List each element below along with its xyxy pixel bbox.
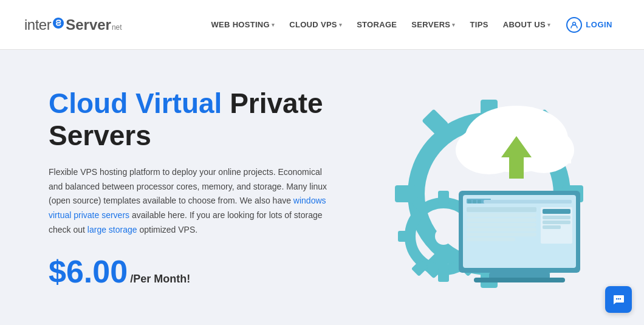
main-nav: WEB HOSTING ▾ CLOUD VPS ▾ STORAGE SERVER… bbox=[205, 13, 620, 36]
hero-headline: Cloud Virtual Private Servers bbox=[49, 87, 365, 152]
svg-rect-33 bbox=[467, 207, 536, 212]
header: inter Server net WEB HOSTING ▾ CLOUD VPS… bbox=[0, 0, 644, 50]
logo-server-text: Server bbox=[66, 16, 111, 33]
login-button[interactable]: LOGIN bbox=[559, 13, 620, 36]
login-label: LOGIN bbox=[586, 20, 612, 29]
nav-web-hosting[interactable]: WEB HOSTING ▾ bbox=[205, 16, 281, 33]
nav-about-us[interactable]: ABOUT US ▾ bbox=[497, 16, 557, 33]
nav-tips[interactable]: TIPS bbox=[464, 16, 495, 33]
chevron-down-icon: ▾ bbox=[547, 22, 550, 28]
svg-point-48 bbox=[616, 298, 617, 299]
svg-rect-46 bbox=[474, 278, 565, 282]
headline-blue: Cloud Virtual bbox=[49, 87, 222, 119]
price-value: $6.00 bbox=[49, 256, 128, 287]
hero-illustration bbox=[371, 78, 608, 297]
hero-section: Cloud Virtual Private Servers Flexible V… bbox=[0, 50, 644, 325]
hero-content: Cloud Virtual Private Servers Flexible V… bbox=[49, 87, 365, 287]
svg-rect-30 bbox=[473, 200, 476, 204]
nav-servers[interactable]: SERVERS ▾ bbox=[405, 16, 461, 33]
logo-s-icon bbox=[52, 16, 65, 30]
svg-rect-44 bbox=[543, 225, 561, 229]
price-block: $6.00 /Per Month! bbox=[49, 256, 365, 287]
svg-rect-12 bbox=[438, 191, 449, 204]
svg-rect-29 bbox=[468, 200, 471, 204]
svg-rect-32 bbox=[484, 200, 572, 204]
logo-net-text: net bbox=[112, 23, 122, 32]
large-storage-link[interactable]: large storage bbox=[87, 225, 137, 234]
chevron-down-icon: ▾ bbox=[339, 22, 342, 28]
svg-point-20 bbox=[435, 228, 452, 245]
hero-description: Flexible VPS hosting platform to deploy … bbox=[49, 165, 328, 238]
chat-button[interactable] bbox=[605, 286, 632, 313]
logo[interactable]: inter Server net bbox=[24, 16, 122, 33]
svg-rect-39 bbox=[467, 238, 515, 241]
svg-rect-13 bbox=[438, 269, 449, 282]
nav-cloud-vps[interactable]: CLOUD VPS ▾ bbox=[283, 16, 348, 33]
svg-rect-41 bbox=[543, 209, 570, 214]
svg-rect-38 bbox=[467, 233, 536, 236]
svg-rect-37 bbox=[467, 228, 536, 231]
svg-rect-35 bbox=[467, 218, 536, 222]
logo-inter-text: inter bbox=[24, 16, 51, 33]
svg-rect-31 bbox=[478, 200, 481, 204]
svg-rect-42 bbox=[543, 216, 570, 219]
chevron-down-icon: ▾ bbox=[272, 22, 275, 28]
login-icon bbox=[566, 17, 582, 33]
svg-point-49 bbox=[618, 298, 619, 299]
price-period: /Per Month! bbox=[130, 273, 190, 286]
svg-rect-36 bbox=[467, 223, 536, 227]
svg-rect-43 bbox=[543, 221, 570, 224]
svg-rect-15 bbox=[398, 231, 411, 242]
nav-storage[interactable]: STORAGE bbox=[351, 16, 403, 33]
svg-point-50 bbox=[620, 298, 621, 299]
svg-rect-5 bbox=[395, 185, 416, 202]
chevron-down-icon: ▾ bbox=[452, 22, 455, 28]
svg-rect-34 bbox=[467, 213, 536, 217]
